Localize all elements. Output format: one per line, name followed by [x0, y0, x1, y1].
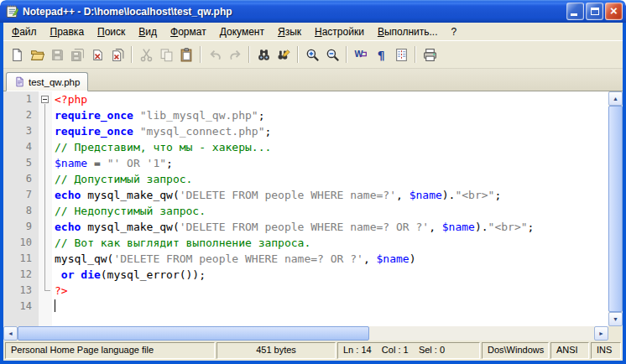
line-number-7: 7 [3, 187, 39, 203]
copy-button [156, 44, 176, 65]
line-number-6: 6 [3, 171, 39, 187]
line-number-1: 1 [3, 91, 39, 107]
code-line-3: require_once "mysql_connect.php"; [55, 123, 608, 139]
status-bar: Personal Home Page language file 451 byt… [3, 341, 623, 361]
toolbar-separator [131, 46, 133, 63]
save-all-button [67, 44, 87, 65]
scroll-up-button[interactable]: ▲ [608, 91, 623, 106]
zoom-in-button[interactable] [302, 44, 322, 65]
minimize-button[interactable] [566, 3, 584, 20]
code-line-9: echo mysql_make_qw('DELETE FROM people W… [55, 219, 608, 235]
minimize-icon [571, 13, 577, 16]
fold-guide [39, 235, 52, 251]
menu-item-run[interactable]: Выполнить... [371, 23, 445, 40]
word-wrap-button[interactable]: W [351, 44, 371, 65]
zoom-in-icon [305, 48, 320, 62]
fold-margin [39, 91, 52, 326]
code-line-1: <?php [55, 91, 608, 107]
vertical-scrollbar[interactable]: ▲ ▼ [608, 91, 623, 326]
vertical-scroll-track[interactable] [608, 106, 623, 312]
fold-guide [39, 283, 52, 299]
arrow-left-icon: ◄ [8, 330, 13, 336]
redo-button [225, 44, 245, 65]
horizontal-scroll-track[interactable] [18, 326, 594, 341]
menu-item-settings[interactable]: Настройки [308, 23, 371, 40]
indent-guide-button[interactable] [391, 44, 411, 65]
code-line-7: echo mysql_make_qw('DELETE FROM people W… [55, 187, 608, 203]
scroll-right-button[interactable]: ► [594, 326, 608, 341]
fold-collapse-button[interactable] [39, 91, 52, 107]
toolbar: W¶ [3, 40, 623, 69]
status-typing-mode: INS [591, 342, 621, 359]
menu-item-edit[interactable]: Правка [44, 23, 91, 40]
fold-guide [39, 219, 52, 235]
new-file-button[interactable] [7, 44, 27, 65]
close-button[interactable] [87, 44, 107, 65]
notepadpp-app-icon [5, 4, 19, 18]
menu-item-document[interactable]: Документ [213, 23, 271, 40]
status-position: Ln : 14 Col : 1 Sel : 0 [337, 342, 480, 359]
title-bar[interactable]: Notepad++ - D:\home\localhost\test_qw.ph… [0, 0, 626, 23]
undo-icon [208, 48, 222, 62]
scroll-down-button[interactable]: ▼ [608, 312, 623, 326]
code-line-10: // Вот как выглядит выполнение запроса. [55, 235, 608, 251]
line-number-9: 9 [3, 219, 39, 235]
fold-guide [39, 187, 52, 203]
fold-guide [39, 267, 52, 283]
cut-button [136, 44, 156, 65]
paste-button[interactable] [176, 44, 196, 65]
horizontal-scroll-thumb[interactable] [18, 326, 369, 341]
replace-button[interactable] [274, 44, 294, 65]
code-line-12: or die(mysql_error()); [55, 267, 608, 283]
zoom-out-icon [326, 48, 340, 62]
menu-item-search[interactable]: Поиск [91, 23, 132, 40]
code-line-13: ?> [55, 283, 608, 299]
print-icon [423, 48, 437, 62]
menu-item-file[interactable]: Файл [5, 23, 44, 40]
fold-guide [39, 251, 52, 267]
word-wrap-icon: W [354, 48, 368, 62]
menu-item-help[interactable]: ? [445, 23, 464, 40]
undo-button [205, 44, 225, 65]
find-button[interactable] [253, 44, 274, 65]
zoom-out-button[interactable] [322, 44, 342, 65]
svg-text:W: W [354, 49, 363, 59]
editor[interactable]: 1234567891011121314 <?phprequire_once "l… [3, 91, 608, 326]
status-length: 451 bytes [216, 342, 336, 359]
show-all-chars-button[interactable]: ¶ [371, 44, 391, 65]
cut-icon [139, 48, 154, 62]
toolbar-separator [297, 46, 299, 63]
window-title: Notepad++ - D:\home\localhost\test_qw.ph… [23, 6, 566, 18]
line-number-12: 12 [3, 267, 39, 283]
window-frame: ФайлПравкаПоискВидФорматДокументЯзыкНаст… [0, 23, 626, 364]
menu-item-view[interactable]: Вид [132, 23, 164, 40]
tab-bar: test_qw.php [3, 69, 623, 91]
code-area[interactable]: <?phprequire_once "lib_mysql_qw.php";req… [52, 91, 608, 326]
save-icon [50, 48, 65, 62]
close-icon: × [606, 3, 622, 19]
menu-item-language[interactable]: Язык [271, 23, 308, 40]
code-line-11: mysql_qw('DELETE FROM people WHERE name=… [55, 251, 608, 267]
line-number-8: 8 [3, 203, 39, 219]
print-button[interactable] [420, 44, 440, 65]
new-icon [10, 48, 24, 62]
fold-guide [39, 107, 52, 123]
horizontal-scrollbar[interactable]: ◄ ► [3, 326, 608, 341]
copy-icon [159, 48, 174, 62]
arrow-up-icon: ▲ [613, 96, 618, 101]
maximize-button[interactable] [586, 3, 603, 20]
open-file-button[interactable] [27, 44, 47, 65]
tab-test_qw.php[interactable]: test_qw.php [6, 72, 88, 91]
menu-item-format[interactable]: Формат [164, 23, 213, 40]
line-number-5: 5 [3, 155, 39, 171]
close-button[interactable]: × [605, 3, 623, 20]
vertical-scroll-thumb[interactable] [608, 106, 623, 312]
close-all-button[interactable] [107, 44, 128, 65]
line-number-11: 11 [3, 251, 39, 267]
fold-minus-icon[interactable] [41, 96, 49, 103]
svg-text:¶: ¶ [377, 48, 384, 61]
code-line-8: // Недопустимый запрос. [55, 203, 608, 219]
toolbar-separator [415, 46, 416, 63]
scroll-left-button[interactable]: ◄ [3, 326, 18, 341]
line-number-3: 3 [3, 123, 39, 139]
